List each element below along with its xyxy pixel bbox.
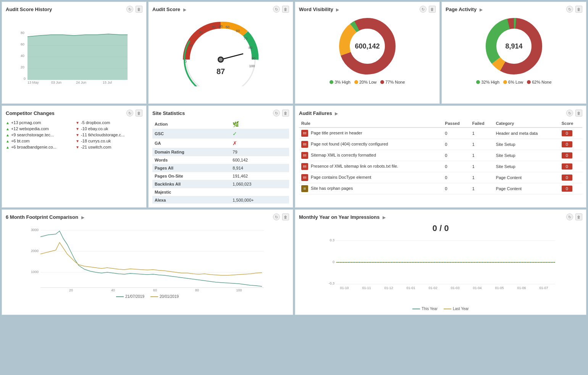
competitor-value: -11 tkhcloudstorage.c... xyxy=(81,133,124,137)
svg-text:40: 40 xyxy=(111,288,115,292)
svg-text:100: 100 xyxy=(249,64,255,68)
refresh-button[interactable]: ↻ xyxy=(566,213,573,220)
page-activity-card: Page Activity ▶ ↻ 🗑 8,914 xyxy=(441,2,586,104)
legend-dot-none xyxy=(527,80,531,84)
card-header: Audit Score History ↻ 🗑 xyxy=(6,6,142,13)
refresh-button[interactable]: ↻ xyxy=(273,213,280,220)
refresh-button[interactable]: ↻ xyxy=(273,110,280,116)
stat-value: 600,142 xyxy=(230,156,289,164)
col-failed: Failed xyxy=(470,120,494,128)
competitor-right-col: ▼ -5 dropbox.com ▼ -10 ebay.co.uk ▼ -11 … xyxy=(76,120,142,150)
score-cell: 0 xyxy=(559,172,582,183)
failed-cell: 1 xyxy=(470,128,494,139)
svg-text:01-01: 01-01 xyxy=(406,286,415,289)
stat-value: 191,462 xyxy=(230,172,289,180)
legend-dot-none xyxy=(380,80,384,84)
competitor-value: +6 broadbandgenie.co... xyxy=(11,145,57,149)
category-cell: Site Setup xyxy=(494,161,559,172)
stat-label: Pages On-Site xyxy=(152,172,230,180)
card-actions: ↻ 🗑 xyxy=(273,6,289,13)
delete-button[interactable]: 🗑 xyxy=(429,6,436,13)
legend-low: 20% Low xyxy=(354,80,376,84)
svg-text:90: 90 xyxy=(252,57,255,60)
legend-line xyxy=(412,309,420,309)
list-item: ▲ +12 webopedia.com xyxy=(6,126,73,132)
svg-text:10: 10 xyxy=(189,43,193,47)
failed-cell: 1 xyxy=(470,183,494,194)
competitor-value: -21 uswitch.com xyxy=(81,145,111,149)
arrow-down-icon: ▼ xyxy=(76,127,79,131)
table-row: Pages On-Site 191,462 xyxy=(152,172,289,180)
competitor-value: +9 searchstorage.tec... xyxy=(11,133,54,137)
delete-button[interactable]: 🗑 xyxy=(575,110,582,116)
category-cell: Site Setup xyxy=(494,139,559,150)
score-badge: 0 xyxy=(562,141,572,147)
svg-text:20: 20 xyxy=(199,31,203,34)
table-row: Backlinks All 1,060,023 xyxy=(152,180,289,188)
audit-scroll[interactable]: Rule Passed Failed Category Score !!! Pa… xyxy=(299,120,582,194)
rule-cell: !!! Sitemap XML is correctly formatted xyxy=(299,150,443,161)
refresh-button[interactable]: ↻ xyxy=(126,110,133,116)
stat-label: Action xyxy=(152,120,230,129)
competitor-left-col: ▲ +13 pcmag.com ▲ +12 webopedia.com ▲ +9… xyxy=(6,120,73,150)
svg-point-29 xyxy=(219,58,223,61)
refresh-button[interactable]: ↻ xyxy=(273,6,280,13)
stat-value: 🌿 xyxy=(230,120,289,129)
score-cell: 0 xyxy=(559,183,582,194)
svg-text:01-04: 01-04 xyxy=(473,286,481,289)
table-row: !!! Page title present in header 0 1 Hea… xyxy=(299,128,582,139)
page-activity-title: Page Activity ▶ xyxy=(446,6,483,12)
footprint-comparison-card: 6 Month Footprint Comparison ▶ ↻ 🗑 3000 … xyxy=(2,209,293,315)
delete-button[interactable]: 🗑 xyxy=(575,213,582,220)
rule-icon: !!! xyxy=(301,174,308,181)
delete-button[interactable]: 🗑 xyxy=(136,6,142,13)
svg-text:1000: 1000 xyxy=(31,270,39,274)
arrow-up-icon: ▲ xyxy=(6,133,10,137)
audit-score-title: Audit Score ▶ xyxy=(152,6,186,12)
refresh-button[interactable]: ↻ xyxy=(420,6,426,13)
footprint-title: 6 Month Footprint Comparison ▶ xyxy=(6,214,84,220)
card-actions: ↻ 🗑 xyxy=(273,213,289,220)
stat-value: 1,500,000+ xyxy=(230,196,289,204)
svg-text:01-03: 01-03 xyxy=(451,286,459,289)
refresh-button[interactable]: ↻ xyxy=(566,110,573,116)
delete-button[interactable]: 🗑 xyxy=(282,110,289,116)
svg-text:13 May: 13 May xyxy=(27,81,39,84)
check-green-icon: ✓ xyxy=(233,131,237,137)
col-category: Category xyxy=(494,120,559,128)
table-row: GSC ✓ xyxy=(152,129,289,139)
stats-scroll[interactable]: Action 🌿 GSC ✓ GA ✗ Domain Rating 79 xyxy=(152,120,289,204)
card-header: Monthly Year on Year Impressions ▶ ↻ 🗑 xyxy=(299,213,582,220)
stat-label: GSC xyxy=(152,129,230,139)
legend-none-label: 77% None xyxy=(385,80,405,84)
arrow-down-icon: ▼ xyxy=(76,139,79,143)
card-header: 6 Month Footprint Comparison ▶ ↻ 🗑 xyxy=(6,213,289,220)
delete-button[interactable]: 🗑 xyxy=(282,6,289,13)
legend-line xyxy=(444,309,451,309)
delete-button[interactable]: 🗑 xyxy=(136,110,142,116)
svg-text:60: 60 xyxy=(153,288,157,292)
table-row: Alexa 1,500,000+ xyxy=(152,196,289,204)
category-cell: Site Setup xyxy=(494,150,559,161)
legend-high-label: 32% High xyxy=(481,80,499,84)
svg-text:40: 40 xyxy=(21,54,24,58)
refresh-button[interactable]: ↻ xyxy=(566,6,573,13)
refresh-button[interactable]: ↻ xyxy=(126,6,133,13)
svg-text:20: 20 xyxy=(69,288,73,292)
passed-cell: 0 xyxy=(443,128,470,139)
svg-text:01-05: 01-05 xyxy=(495,286,504,289)
svg-text:40: 40 xyxy=(219,24,223,28)
failed-cell: 1 xyxy=(470,139,494,150)
stat-value xyxy=(230,188,289,196)
table-row: !! Site has orphan pages 0 1 Page Conten… xyxy=(299,183,582,194)
card-header: Audit Score ▶ ↻ 🗑 xyxy=(152,6,289,13)
card-header: Audit Failures ▶ ↻ 🗑 xyxy=(299,110,582,116)
score-badge: 0 xyxy=(562,130,572,136)
delete-button[interactable]: 🗑 xyxy=(282,213,289,220)
legend-item-this-year: This Year xyxy=(412,307,438,311)
delete-button[interactable]: 🗑 xyxy=(575,6,582,13)
list-item: ▲ +9 searchstorage.tec... xyxy=(6,132,73,138)
site-statistics-title: Site Statistics xyxy=(152,110,185,116)
score-cell: 0 xyxy=(559,150,582,161)
svg-text:0: 0 xyxy=(24,77,26,81)
